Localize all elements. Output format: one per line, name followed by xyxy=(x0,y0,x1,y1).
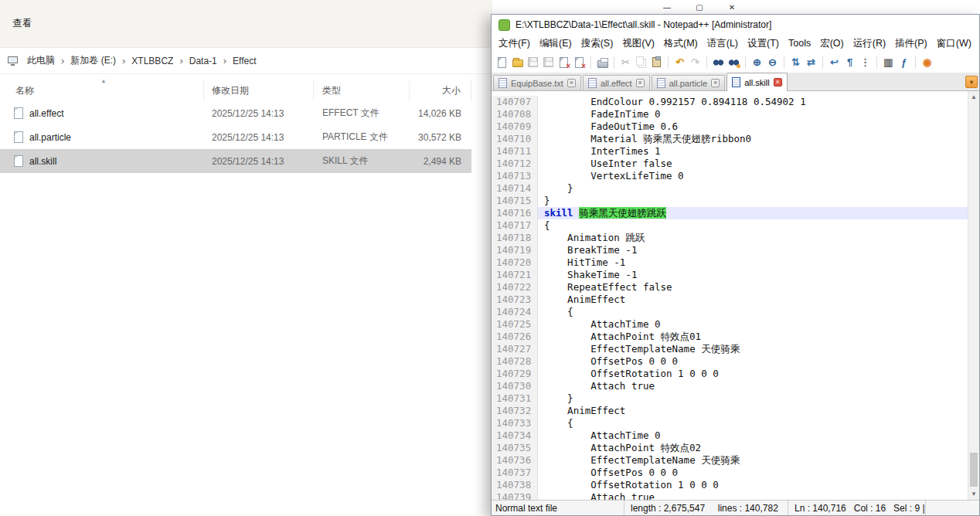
code-text[interactable]: InterTimes 1 xyxy=(538,145,968,158)
line-number[interactable]: 140710 xyxy=(492,133,538,145)
line-number[interactable]: 140712 xyxy=(492,158,538,170)
line-number[interactable]: 140735 xyxy=(492,442,538,454)
close-all-docs-icon[interactable] xyxy=(573,56,586,69)
code-text[interactable]: Animation 跳跃 xyxy=(538,232,968,244)
line-number[interactable]: 140734 xyxy=(492,429,538,442)
code-text[interactable]: Attach true xyxy=(538,380,968,392)
line-number[interactable]: 140739 xyxy=(492,491,538,500)
line-number[interactable]: 140713 xyxy=(492,170,538,182)
line-number[interactable]: 140708 xyxy=(492,108,538,121)
line-number[interactable]: 140730 xyxy=(492,380,538,392)
menu-item[interactable]: 编辑(E) xyxy=(535,36,577,52)
address-bar[interactable]: 此电脑›新加卷 (E:)›XTLBBCZ›Data-1›Effect xyxy=(0,48,492,74)
show-all-chars-icon[interactable]: ¶ xyxy=(843,56,856,69)
line-number[interactable]: 140714 xyxy=(492,182,538,195)
maximize-icon[interactable]: ▢ xyxy=(683,0,716,14)
line-number[interactable]: 140736 xyxy=(492,454,538,467)
line-number[interactable]: 140711 xyxy=(492,145,538,158)
file-row[interactable]: all.particle2025/12/25 14:13PARTICLE 文件3… xyxy=(0,125,471,149)
line-number[interactable]: 140719 xyxy=(492,244,538,256)
code-text[interactable]: EffectTemplateName 天使骑乘 xyxy=(538,343,968,355)
code-text[interactable]: FadeOutTime 0.6 xyxy=(538,121,968,133)
scroll-down-icon[interactable]: ▼ xyxy=(968,488,979,500)
scrollbar-thumb[interactable] xyxy=(970,453,978,487)
open-folder-icon[interactable] xyxy=(511,56,524,69)
line-number[interactable]: 140716 xyxy=(492,207,538,219)
code-text[interactable]: } xyxy=(538,182,968,195)
code-text[interactable]: skill 骑乘黑天使翅膀跳跃 xyxy=(538,207,968,219)
menu-item[interactable]: 搜索(S) xyxy=(577,36,618,52)
indent-guide-icon[interactable]: ⋮ xyxy=(859,56,872,69)
code-text[interactable]: } xyxy=(538,392,968,405)
line-number[interactable]: 140729 xyxy=(492,368,538,380)
paste-icon[interactable] xyxy=(650,56,663,69)
menu-item[interactable]: 视图(V) xyxy=(618,36,659,52)
line-number[interactable]: 140727 xyxy=(492,343,538,355)
line-number[interactable]: 140738 xyxy=(492,479,538,491)
menu-item[interactable]: 窗口(W) xyxy=(932,36,976,52)
line-number[interactable]: 140720 xyxy=(492,256,538,269)
doc-list-icon[interactable]: ▾ xyxy=(965,76,978,88)
breadcrumb-item[interactable]: XTLBBCZ xyxy=(128,53,177,69)
line-number[interactable]: 140732 xyxy=(492,405,538,417)
code-text[interactable]: FadeInTime 0 xyxy=(538,108,968,121)
menu-item[interactable]: 插件(P) xyxy=(890,36,932,52)
line-number[interactable]: 140715 xyxy=(492,195,538,207)
tab-close-icon[interactable]: × xyxy=(636,79,645,87)
line-number[interactable]: 140737 xyxy=(492,467,538,479)
code-text[interactable]: { xyxy=(538,219,968,232)
code-text[interactable]: OffsetRotation 1 0 0 0 xyxy=(538,479,968,491)
menu-item[interactable]: 格式(M) xyxy=(659,36,703,52)
menu-item[interactable]: 运行(R) xyxy=(849,36,890,52)
tab-equipbase-txt[interactable]: EquipBase.txt× xyxy=(493,75,581,90)
code-text[interactable]: OffsetRotation 1 0 0 0 xyxy=(538,368,968,380)
tab-all-skill[interactable]: all.skill× xyxy=(726,73,787,91)
code-text[interactable]: EffectTemplateName 天使骑乘 xyxy=(538,454,968,467)
code-text[interactable]: EndColour 0.992157 0.894118 0.54902 1 xyxy=(538,96,968,108)
line-number[interactable]: 140726 xyxy=(492,331,538,343)
file-row[interactable]: all.skill2025/12/25 14:13SKILL 文件2,494 K… xyxy=(0,149,471,173)
tab-close-icon[interactable]: × xyxy=(567,79,576,87)
code-text[interactable]: AnimEffect xyxy=(538,294,968,306)
line-number[interactable]: 140722 xyxy=(492,281,538,294)
doc-map-icon[interactable]: ▥ xyxy=(882,56,895,69)
code-text[interactable]: Material 骑乘黑天使翅膀ribbon0 xyxy=(538,133,968,145)
code-text[interactable]: AttachPoint 特效点01 xyxy=(538,331,968,343)
line-number[interactable]: 140717 xyxy=(492,219,538,232)
code-text[interactable]: AnimEffect xyxy=(538,405,968,417)
replace-icon[interactable] xyxy=(727,56,740,69)
code-text[interactable]: Attach true xyxy=(538,491,968,500)
zoom-in-icon[interactable]: ⊕ xyxy=(750,56,764,69)
line-number[interactable]: 140728 xyxy=(492,355,538,368)
menu-item[interactable]: 语言(L) xyxy=(703,36,743,52)
menu-item[interactable]: 宏(O) xyxy=(815,36,849,52)
vertical-scrollbar[interactable]: ▲ ▼ xyxy=(968,91,979,500)
word-wrap-icon[interactable]: ↩ xyxy=(828,56,841,69)
close-icon[interactable]: ✕ xyxy=(716,0,748,14)
breadcrumb-item[interactable]: 此电脑 xyxy=(23,52,59,70)
tab-close-icon[interactable]: × xyxy=(711,79,720,87)
code-text[interactable]: OffsetPos 0 0 0 xyxy=(538,355,968,368)
tab-all-effect[interactable]: all.effect× xyxy=(583,75,650,90)
line-number[interactable]: 140721 xyxy=(492,269,538,281)
code-text[interactable]: VertexLifeTime 0 xyxy=(538,170,968,182)
column-header[interactable]: 大小 xyxy=(410,80,471,101)
code-text[interactable]: AttachTime 0 xyxy=(538,429,968,442)
code-text[interactable]: RepeatEffect false xyxy=(538,281,968,294)
code-text[interactable]: } xyxy=(538,195,968,207)
breadcrumb-item[interactable]: Data-1 xyxy=(185,53,221,69)
line-number[interactable]: 140724 xyxy=(492,306,538,318)
sync-horizontal-icon[interactable]: ⇄ xyxy=(805,56,818,69)
menu-item[interactable]: 文件(F) xyxy=(494,36,535,52)
ribbon-tab-view[interactable]: 查看 xyxy=(12,17,32,30)
line-number[interactable]: 140709 xyxy=(492,121,538,133)
code-text[interactable]: BreakTime -1 xyxy=(538,244,968,256)
find-icon[interactable] xyxy=(712,56,725,69)
code-text[interactable]: AttachPoint 特效点02 xyxy=(538,442,968,454)
print-icon[interactable] xyxy=(596,56,609,69)
tab-close-icon[interactable]: × xyxy=(774,78,782,87)
code-text[interactable]: AttachTime 0 xyxy=(538,318,968,331)
scroll-up-icon[interactable]: ▲ xyxy=(968,91,979,103)
menu-item[interactable]: Tools xyxy=(784,36,815,50)
tab-all-particle[interactable]: all.particle× xyxy=(652,75,726,90)
